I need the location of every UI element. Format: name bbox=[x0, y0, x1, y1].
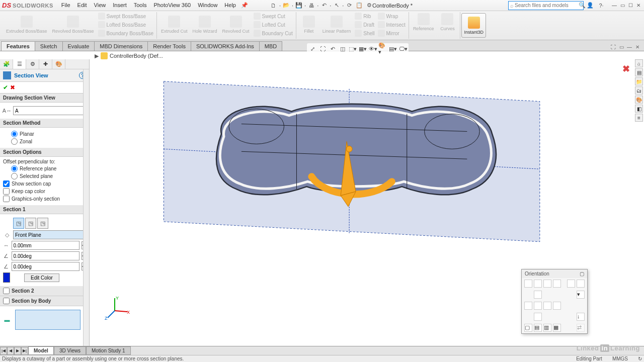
extruded-cut-button[interactable]: Extruded Cut bbox=[159, 12, 190, 37]
property-manager-tab[interactable]: ☰ bbox=[13, 59, 26, 69]
section2-checkbox[interactable] bbox=[3, 288, 10, 294]
menu-view[interactable]: View bbox=[91, 1, 109, 10]
file-explorer-icon[interactable]: 🗂 bbox=[635, 86, 643, 95]
angle2-input[interactable] bbox=[12, 262, 79, 271]
menu-tools[interactable]: Tools bbox=[131, 1, 150, 10]
status-rebuild-icon[interactable]: ↻ bbox=[638, 356, 642, 361]
open-icon[interactable]: 📂 bbox=[282, 1, 291, 10]
zoom-fit-icon[interactable]: ⤢ bbox=[308, 44, 317, 53]
menu-edit[interactable]: Edit bbox=[74, 1, 90, 10]
view-triad[interactable]: Y X Z bbox=[105, 296, 130, 322]
chevron-right-icon[interactable]: ▶ bbox=[95, 53, 99, 59]
view-back-icon[interactable] bbox=[534, 280, 542, 288]
tab-render-tools[interactable]: Render Tools bbox=[147, 41, 191, 51]
view-more-icon[interactable] bbox=[577, 280, 585, 288]
linear-pattern-button[interactable]: Linear Pattern bbox=[320, 12, 353, 37]
home-icon[interactable]: ⌂ bbox=[635, 59, 643, 67]
lofted-cut-button[interactable]: Lofted Cut bbox=[253, 21, 294, 29]
section-body-checkbox[interactable] bbox=[3, 298, 10, 304]
search-box[interactable]: ⌕ 🔍 bbox=[508, 1, 584, 10]
tab-mbd-dimensions[interactable]: MBD Dimensions bbox=[94, 41, 148, 51]
custom-props-icon[interactable]: ≡ bbox=[635, 114, 643, 122]
vp-tile-icon[interactable]: ▭ bbox=[618, 43, 625, 50]
tab-sketch[interactable]: Sketch bbox=[35, 41, 63, 51]
wrap-button[interactable]: Wrap bbox=[377, 12, 407, 20]
body-selection-box[interactable] bbox=[15, 310, 80, 330]
view-orientation-icon[interactable]: ⬚▾ bbox=[348, 44, 357, 53]
panel-scrollbar[interactable] bbox=[83, 69, 89, 347]
tab-last-icon[interactable]: ▶| bbox=[21, 347, 28, 355]
tab-evaluate[interactable]: Evaluate bbox=[62, 41, 95, 51]
display-manager-tab[interactable]: 🎨 bbox=[52, 59, 65, 69]
save-icon[interactable]: 💾 bbox=[294, 1, 303, 10]
breadcrumb[interactable]: ▶ ControllerBody (Def... bbox=[95, 52, 163, 59]
tab-features[interactable]: Features bbox=[1, 41, 35, 51]
shell-button[interactable]: Shell bbox=[354, 29, 375, 37]
viewport-single-icon[interactable]: ▢ bbox=[524, 324, 532, 332]
edit-appearance-icon[interactable]: 🎨▾ bbox=[378, 44, 387, 53]
pm-cancel-button[interactable]: ✖ bbox=[10, 84, 15, 91]
draft-button[interactable]: Draft bbox=[354, 21, 375, 29]
intersect-button[interactable]: Intersect bbox=[377, 21, 407, 29]
restore-icon[interactable]: ▭ bbox=[619, 2, 626, 9]
view-link-icon[interactable] bbox=[534, 313, 542, 321]
section-color-swatch[interactable] bbox=[3, 273, 10, 283]
apply-scene-icon[interactable]: ▤▾ bbox=[388, 44, 397, 53]
viewport-link-icon[interactable]: ⇄ bbox=[577, 324, 585, 332]
feature-tree-tab[interactable]: 🧩 bbox=[0, 59, 13, 69]
tab-motion-study[interactable]: Motion Study 1 bbox=[86, 346, 131, 355]
plane-top-button[interactable]: ◳ bbox=[25, 218, 36, 229]
mirror-button[interactable]: Mirror bbox=[377, 29, 407, 37]
zoom-area-icon[interactable]: ⛶ bbox=[318, 44, 327, 53]
appearances-icon[interactable]: ◧ bbox=[635, 105, 643, 113]
view-right-icon[interactable] bbox=[553, 280, 561, 288]
view-axo-icon[interactable]: ▾ bbox=[577, 291, 585, 299]
menu-file[interactable]: File bbox=[58, 1, 73, 10]
lofted-boss-button[interactable]: Lofted Boss/Base bbox=[97, 21, 154, 29]
menu-insert[interactable]: Insert bbox=[110, 1, 130, 10]
print-icon[interactable]: 🖶 bbox=[307, 1, 316, 10]
help-icon[interactable]: ?· bbox=[597, 1, 606, 10]
viewport-2v-icon[interactable]: ▥ bbox=[543, 324, 551, 332]
previous-view-icon[interactable]: ↶ bbox=[328, 44, 337, 53]
orientation-dialog[interactable]: Orientation▢ ▾ ↓ ▢ ▤ ▥ ▦ ⇄ bbox=[521, 269, 588, 334]
menu-window[interactable]: Window bbox=[195, 1, 220, 10]
curves-button[interactable]: Curves bbox=[437, 12, 458, 32]
tab-addins[interactable]: SOLIDWORKS Add-Ins bbox=[191, 41, 260, 51]
edit-color-button[interactable]: Edit Color bbox=[24, 274, 59, 282]
orientation-pin-icon[interactable]: ▢ bbox=[580, 271, 584, 277]
view-update-icon[interactable]: ↓ bbox=[577, 313, 585, 321]
search-input[interactable] bbox=[515, 3, 579, 8]
new-icon[interactable]: 🗋 bbox=[269, 1, 278, 10]
pin-icon[interactable]: 📌 bbox=[240, 1, 249, 10]
offset-input[interactable] bbox=[12, 241, 79, 250]
design-library-icon[interactable]: 📁 bbox=[635, 77, 643, 85]
view-iso-icon[interactable] bbox=[567, 280, 575, 288]
radio-zonal[interactable]: Zonal bbox=[11, 138, 86, 145]
angle1-input[interactable] bbox=[12, 251, 79, 260]
radio-ref-plane[interactable]: Reference plane bbox=[11, 165, 86, 172]
plane-front-button[interactable]: ◳ bbox=[13, 218, 24, 229]
fillet-button[interactable]: Fillet bbox=[298, 12, 319, 37]
rib-button[interactable]: Rib bbox=[354, 12, 375, 20]
breadcrumb-doc[interactable]: ControllerBody (Def... bbox=[110, 53, 163, 59]
section-letter-input[interactable] bbox=[13, 106, 86, 115]
tab-model[interactable]: Model bbox=[28, 346, 54, 355]
view-trimetric-icon[interactable] bbox=[553, 302, 561, 310]
vp-close-icon[interactable]: ✕ bbox=[634, 43, 641, 50]
radio-planar[interactable]: Planar bbox=[11, 131, 86, 137]
user-icon[interactable]: 👤 bbox=[586, 1, 595, 10]
select-icon[interactable]: ↖ bbox=[332, 1, 341, 10]
view-palette-icon[interactable]: 🎨 bbox=[635, 96, 643, 104]
undo-icon[interactable]: ↶ bbox=[319, 1, 329, 10]
hole-wizard-button[interactable]: Hole Wizard bbox=[191, 12, 219, 37]
view-bottom-icon[interactable] bbox=[534, 302, 542, 310]
radio-sel-plane[interactable]: Selected plane bbox=[11, 173, 86, 179]
viewport-4-icon[interactable]: ▦ bbox=[553, 324, 561, 332]
view-top-icon[interactable] bbox=[524, 302, 532, 310]
tab-3d-views[interactable]: 3D Views bbox=[54, 346, 86, 355]
menu-help[interactable]: Help bbox=[221, 1, 239, 10]
viewport-2h-icon[interactable]: ▤ bbox=[534, 324, 542, 332]
minimize-icon[interactable]: — bbox=[611, 2, 618, 9]
rebuild-icon[interactable]: ⟳ bbox=[345, 1, 354, 10]
